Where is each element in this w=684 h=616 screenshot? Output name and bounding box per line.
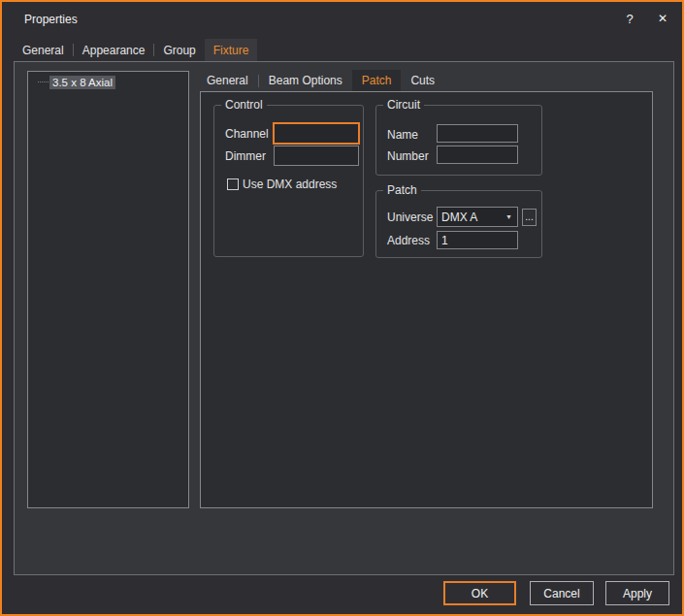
cancel-button[interactable]: Cancel	[530, 581, 594, 605]
circuit-name-input[interactable]	[437, 124, 518, 143]
tab-group[interactable]: Group	[154, 39, 204, 61]
tree-item-fixture[interactable]: 3.5 x 8 Axial	[38, 75, 115, 89]
patch-group-title: Patch	[383, 183, 421, 197]
address-input[interactable]	[437, 231, 518, 249]
circuit-group-title: Circuit	[383, 98, 424, 112]
ok-button[interactable]: OK	[443, 581, 516, 605]
help-button[interactable]: ?	[619, 8, 640, 29]
subtab-cuts[interactable]: Cuts	[401, 70, 444, 91]
subtab-general[interactable]: General	[197, 70, 258, 91]
subtab-beam-options[interactable]: Beam Options	[259, 70, 352, 91]
control-group: Control Channel Dimmer Use DMX address	[213, 105, 364, 257]
apply-button[interactable]: Apply	[605, 581, 669, 605]
tab-fixture[interactable]: Fixture	[205, 39, 258, 61]
circuit-number-input[interactable]	[437, 146, 518, 164]
tab-appearance[interactable]: Appearance	[74, 39, 154, 61]
properties-dialog: Properties ? ✕ General Appearance Group …	[0, 0, 684, 616]
universe-select[interactable]: DMX A ▼	[437, 207, 518, 227]
use-dmx-label: Use DMX address	[243, 178, 337, 191]
universe-browse-button[interactable]: ...	[522, 209, 537, 226]
circuit-number-label: Number	[387, 149, 429, 163]
universe-label: Universe	[387, 211, 433, 224]
address-label: Address	[387, 234, 430, 247]
circuit-name-label: Name	[387, 128, 418, 142]
dimmer-input[interactable]	[274, 146, 359, 166]
fixture-tab-page: 3.5 x 8 Axial General Beam Options Patch…	[14, 61, 674, 575]
chevron-down-icon: ▼	[505, 213, 513, 220]
circuit-group: Circuit Name Number	[375, 105, 542, 176]
window-title: Properties	[24, 13, 78, 26]
fixture-sub-tab-bar: General Beam Options Patch Cuts	[197, 70, 444, 91]
tree-item-label: 3.5 x 8 Axial	[49, 76, 115, 89]
main-tab-bar: General Appearance Group Fixture	[14, 39, 257, 61]
subtab-patch[interactable]: Patch	[352, 70, 402, 91]
channel-label: Channel	[225, 127, 269, 141]
fixture-tree-panel: 3.5 x 8 Axial	[27, 71, 189, 508]
dimmer-label: Dimmer	[225, 149, 266, 163]
patch-group: Patch Universe DMX A ▼ ... Address	[375, 190, 542, 258]
close-icon: ✕	[658, 12, 668, 25]
channel-input[interactable]	[274, 123, 359, 144]
patch-sub-page: Control Channel Dimmer Use DMX address C…	[200, 91, 653, 508]
tab-general[interactable]: General	[14, 39, 73, 61]
control-group-title: Control	[221, 98, 267, 112]
close-button[interactable]: ✕	[652, 8, 673, 29]
tree-branch-dots-icon	[38, 81, 49, 82]
universe-selected-value: DMX A	[441, 211, 477, 224]
help-icon: ?	[626, 12, 633, 26]
use-dmx-checkbox[interactable]	[227, 178, 239, 190]
